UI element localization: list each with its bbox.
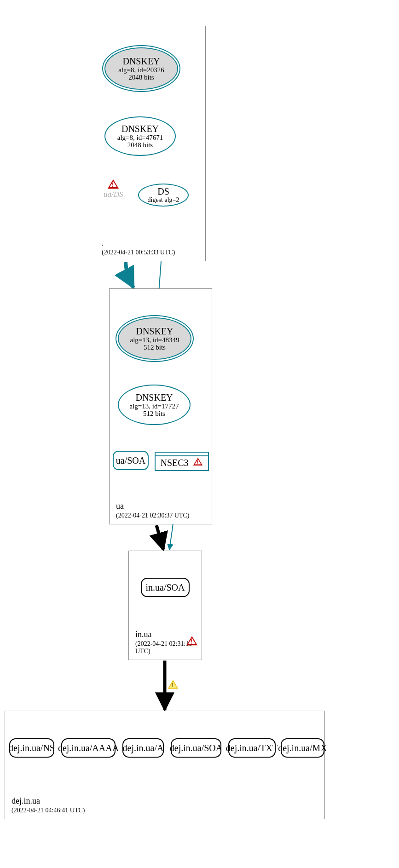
dej-soa-record: dej.in.ua/SOA <box>171 738 221 758</box>
root-ksk-dnskey: DNSKEY alg=8, id=20326 2048 bits <box>104 47 178 90</box>
root-ds: DS digest alg=2 <box>138 184 189 207</box>
root-zsk-dnskey: DNSKEY alg=8, id=47671 2048 bits <box>104 116 176 156</box>
warning-yellow-icon <box>168 680 178 689</box>
dej-aaaa-record: dej.in.ua/AAAA <box>61 738 116 758</box>
ua-nsec3-label: NSEC3 <box>160 458 188 468</box>
root-ds-title: DS <box>157 186 169 196</box>
ua-zsk-dnskey: DNSKEY alg=13, id=17727 512 bits <box>118 385 191 425</box>
ua-soa-record: ua/SOA <box>113 451 149 470</box>
zone-ua-timestamp: (2022-04-21 02:30:37 UTC) <box>116 512 189 519</box>
in-ua-soa-label: in.ua/SOA <box>146 582 185 593</box>
ua-nsec3-record: NSEC3 <box>155 452 209 471</box>
dej-a-record: dej.in.ua/A <box>122 738 164 758</box>
dej-a-label: dej.in.ua/A <box>123 743 164 753</box>
ua-ksk-title: DNSKEY <box>136 326 173 336</box>
zone-ua-footer: ua (2022-04-21 02:30:37 UTC) <box>116 501 189 519</box>
root-ksk-title: DNSKEY <box>122 56 160 66</box>
dej-txt-label: dej.in.ua/TXT <box>226 743 278 753</box>
ua-zsk-alg: alg=13, id=17727 <box>130 402 179 410</box>
dej-mx-label: dej.in.ua/MX <box>278 743 327 753</box>
zone-root-label: . <box>102 238 175 248</box>
zone-ua-label: ua <box>116 501 189 511</box>
in-ua-soa-record: in.ua/SOA <box>141 578 190 597</box>
root-zsk-title: DNSKEY <box>121 124 159 134</box>
dej-txt-record: dej.in.ua/TXT <box>228 738 276 758</box>
warning-icon <box>186 636 197 645</box>
ua-zsk-title: DNSKEY <box>135 392 173 402</box>
ua-ksk-bits: 512 bits <box>144 344 166 351</box>
root-ds-digest: digest alg=2 <box>148 196 179 203</box>
dej-ns-record: dej.in.ua/NS <box>9 738 54 758</box>
delegation-warning <box>168 680 178 690</box>
zone-root-footer: . (2022-04-21 00:53:33 UTC) <box>102 238 175 256</box>
root-ksk-bits: 2048 bits <box>128 74 154 81</box>
zone-root-timestamp: (2022-04-21 00:53:33 UTC) <box>102 249 175 256</box>
ua-ksk-dnskey: DNSKEY alg=13, id=48349 512 bits <box>118 317 191 360</box>
ua-zsk-bits: 512 bits <box>143 410 165 418</box>
root-zsk-bits: 2048 bits <box>127 141 153 149</box>
zone-dej-in-ua: dej.in.ua (2022-04-21 04:46:41 UTC) <box>5 711 325 819</box>
root-ds-warning <box>108 179 119 190</box>
zone-dej-in-ua-footer: dej.in.ua (2022-04-21 04:46:41 UTC) <box>12 796 85 814</box>
dej-aaaa-label: dej.in.ua/AAAA <box>58 743 119 753</box>
zone-dej-in-ua-timestamp: (2022-04-21 04:46:41 UTC) <box>12 807 85 814</box>
dej-soa-label: dej.in.ua/SOA <box>170 743 222 753</box>
warning-icon <box>193 458 202 466</box>
root-zsk-alg: alg=8, id=47671 <box>117 134 163 142</box>
in-ua-zone-warning <box>186 636 197 647</box>
zone-dej-in-ua-label: dej.in.ua <box>12 796 85 806</box>
warning-icon <box>108 179 119 189</box>
ua-ksk-alg: alg=13, id=48349 <box>130 336 179 344</box>
dej-mx-record: dej.in.ua/MX <box>281 738 324 758</box>
dej-ns-label: dej.in.ua/NS <box>9 743 55 753</box>
ua-soa-label: ua/SOA <box>116 455 145 466</box>
root-ds-warning-label: ua/DS <box>104 190 123 199</box>
root-ksk-alg: alg=8, id=20326 <box>118 66 164 74</box>
